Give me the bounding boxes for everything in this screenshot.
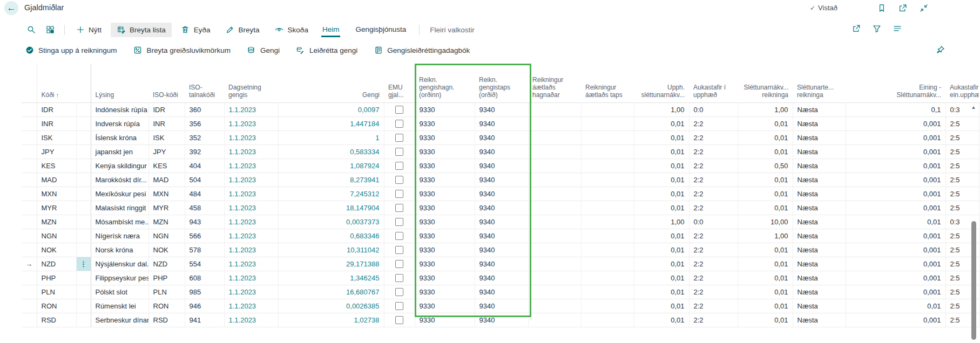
cell-code[interactable]: PHP [37,271,76,285]
cell-emu[interactable] [384,173,415,187]
row-selector[interactable] [22,201,37,215]
cell-invoice_rounding[interactable]: 0,01 [738,201,793,215]
cell-amount_decimals[interactable]: 0:0 [689,215,738,229]
more-options-button[interactable]: Fleiri valkostir [424,26,480,34]
cell-rate_date[interactable]: 1.1.2023 [224,285,278,299]
column-header-description[interactable]: Lýsing [91,64,148,102]
cell-unreal_gain_acc[interactable] [528,116,581,131]
row-menu-cell[interactable] [76,173,91,187]
cell-description[interactable]: japanskt jen [91,145,148,159]
action-suggest-accounts-button[interactable]: Stinga upp á reikningum [25,46,117,55]
cell-unreal_loss_acc[interactable] [581,215,634,229]
cell-rate_date[interactable]: 1.1.2023 [224,187,278,201]
cell-emu[interactable] [384,187,415,201]
cell-invoice_rounding_type[interactable]: Næsta [793,159,846,173]
open-in-window-button[interactable] [898,3,907,15]
cell-unreal_loss_acc[interactable] [581,131,634,145]
cell-iso_code[interactable]: NOK [148,243,185,257]
cell-iso_num[interactable]: 566 [185,229,224,243]
analysis-button[interactable] [40,23,59,37]
cell-loss_acc[interactable]: 9340 [475,201,528,215]
cell-loss_acc[interactable]: 9340 [475,159,528,173]
cell-invoice_rounding[interactable]: 0,01 [738,243,793,257]
cell-iso_num[interactable]: 985 [185,285,224,299]
cell-rate_date[interactable]: 1.1.2023 [224,243,278,257]
cell-amount_rounding[interactable]: 0,01 [634,187,689,201]
back-arrow-icon[interactable]: ← [4,1,18,15]
cell-rate_date[interactable]: 1.1.2023 [224,215,278,229]
cell-iso_code[interactable]: JPY [148,145,185,159]
cell-unit_rounding[interactable]: 0,001 [846,187,945,201]
cell-description[interactable]: Marokkóskt dír... [91,173,148,187]
cell-amount_decimals[interactable]: 2:2 [689,131,738,145]
cell-iso_num[interactable]: 578 [185,243,224,257]
cell-invoice_rounding[interactable]: 0,01 [738,271,793,285]
row-menu-cell[interactable] [76,116,91,131]
cell-invoice_rounding[interactable]: 0,01 [738,187,793,201]
column-header-invoice_rounding[interactable]: Sléttunarnákv...reikninga [738,64,793,102]
row-menu-cell[interactable] [76,299,91,313]
cell-iso_code[interactable]: RON [148,299,185,313]
cell-rate[interactable]: 1,02738 [278,313,384,327]
cell-loss_acc[interactable]: 9340 [475,229,528,243]
cell-unit_decimals[interactable]: 2:5 [945,187,979,201]
cell-invoice_rounding_type[interactable]: Næsta [793,173,846,187]
cell-unit_rounding[interactable]: 0,001 [846,173,945,187]
emu-checkbox[interactable] [395,274,403,282]
cell-loss_acc[interactable]: 9340 [475,257,528,271]
cell-invoice_rounding[interactable]: 0,01 [738,131,793,145]
cell-iso_code[interactable]: PLN [148,285,185,299]
emu-checkbox[interactable] [395,120,403,128]
cell-description[interactable]: Mósambískt me... [91,215,148,229]
column-header-code[interactable]: Kóði↑ [37,64,76,102]
cell-code[interactable]: JPY [37,145,76,159]
cell-unit_rounding[interactable]: 0,001 [846,145,945,159]
column-header-emu[interactable]: EMUgjal... [384,64,415,102]
cell-amount_rounding[interactable]: 0,01 [634,201,689,215]
column-header-gain_acc[interactable]: Reikn.gengishagn.(orðinn) [415,64,475,102]
cell-unit_decimals[interactable]: 2:5 [945,173,979,187]
cell-amount_rounding[interactable]: 0,01 [634,271,689,285]
cell-amount_decimals[interactable]: 2:2 [689,229,738,243]
tab-exchange-service[interactable]: Gengisþjónusta [354,22,407,37]
cell-loss_acc[interactable]: 9340 [475,102,528,116]
cell-invoice_rounding[interactable]: 1,00 [738,229,793,243]
cell-invoice_rounding_type[interactable]: Næsta [793,285,846,299]
emu-checkbox[interactable] [395,190,403,198]
row-selector[interactable] [22,215,37,229]
cell-gain_acc[interactable]: 9330 [415,159,475,173]
cell-gain_acc[interactable]: 9330 [415,116,475,131]
share-button[interactable] [851,24,861,35]
cell-iso_num[interactable]: 946 [185,299,224,313]
cell-gain_acc[interactable]: 9330 [415,285,475,299]
cell-rate[interactable]: 16,680767 [278,285,384,299]
cell-unit_rounding[interactable]: 0,001 [846,243,945,257]
cell-code[interactable]: MZN [37,215,76,229]
cell-unreal_gain_acc[interactable] [528,257,581,271]
row-selector[interactable] [22,145,37,159]
cell-amount_decimals[interactable]: 2:2 [689,285,738,299]
cell-description[interactable]: Indónesísk rúpía [91,102,148,116]
cell-rate_date[interactable]: 1.1.2023 [224,102,278,116]
cell-rate_date[interactable]: 1.1.2023 [224,116,278,131]
cell-amount_rounding[interactable]: 0,01 [634,173,689,187]
cell-description[interactable]: Indversk rúpía [91,116,148,131]
row-selector[interactable]: → [22,257,37,271]
cell-iso_num[interactable]: 392 [185,145,224,159]
cell-emu[interactable] [384,102,415,116]
row-selector[interactable] [22,102,37,116]
cell-amount_decimals[interactable]: 2:2 [689,243,738,257]
cell-unit_rounding[interactable]: 0,1 [846,102,945,116]
cell-emu[interactable] [384,299,415,313]
cell-invoice_rounding_type[interactable]: Næsta [793,243,846,257]
cell-amount_rounding[interactable]: 0,01 [634,285,689,299]
cell-unreal_loss_acc[interactable] [581,257,634,271]
cell-loss_acc[interactable]: 9340 [475,313,528,327]
cell-unreal_loss_acc[interactable] [581,271,634,285]
row-menu-cell[interactable] [76,243,91,257]
cell-code[interactable]: NZD [37,257,76,271]
cell-iso_code[interactable]: MXN [148,187,185,201]
cell-amount_rounding[interactable]: 0,01 [634,243,689,257]
cell-unit_rounding[interactable]: 0,01 [846,299,945,313]
cell-rate_date[interactable]: 1.1.2023 [224,173,278,187]
